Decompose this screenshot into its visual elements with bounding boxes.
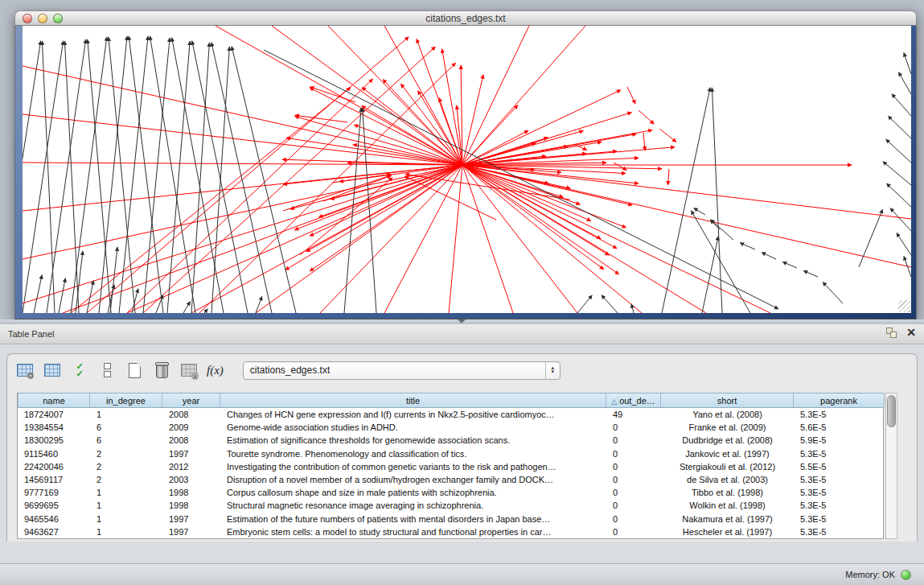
- status-bar: Memory: OK: [0, 563, 924, 585]
- dropdown-stepper-icon: ▲▼: [545, 362, 560, 379]
- table-cell: 18300295: [18, 434, 90, 447]
- network-window: citations_edges.txt: [14, 10, 917, 319]
- table-cell: Franke et al. (2009): [661, 421, 794, 434]
- table-cell: Yano et al. (2008): [661, 408, 794, 421]
- memory-status-label: Memory: OK: [845, 570, 895, 579]
- table-cell: 1997: [162, 447, 220, 460]
- close-window-icon[interactable]: [23, 14, 32, 23]
- table-cell: 1997: [162, 525, 220, 538]
- column-header-year[interactable]: year: [162, 393, 220, 407]
- network-canvas[interactable]: [23, 26, 911, 313]
- delete-column-icon[interactable]: [152, 361, 171, 379]
- table-mode-icon[interactable]: [15, 361, 35, 379]
- table-cell: de Silva et al. (2003): [661, 473, 794, 486]
- table-cell: 0: [606, 421, 661, 434]
- table-cell: 5.9E-5: [794, 434, 885, 447]
- traffic-lights: [23, 14, 63, 23]
- table-cell: 22420046: [18, 460, 90, 473]
- table-cell: 5.3E-5: [794, 499, 885, 512]
- table-cell: Tibbo et al. (1998): [661, 486, 794, 499]
- table-cell: 5.3E-5: [794, 473, 885, 486]
- table-cell: Changes of HCN gene expression and I(f) …: [220, 408, 606, 421]
- table-row[interactable]: 1830029562008Estimation of significance …: [18, 434, 883, 447]
- table-cell: 5.3E-5: [794, 447, 885, 460]
- table-cell: 1998: [162, 499, 220, 512]
- table-cell: 2: [90, 447, 162, 460]
- close-panel-icon[interactable]: ✕: [906, 328, 916, 338]
- table-cell: Stergiakouli et al. (2012): [661, 460, 794, 473]
- column-header-pagerank[interactable]: pagerank: [794, 393, 885, 407]
- table-header-row: namein_degreeyeartitle△out_de…shortpager…: [18, 393, 883, 408]
- window-titlebar[interactable]: citations_edges.txt: [14, 10, 917, 26]
- table-vertical-scrollbar[interactable]: [885, 393, 897, 539]
- table-panel: Table Panel ✕ ✓✓ x f(x) citations_edges.…: [0, 324, 924, 585]
- table-cell: 0: [606, 434, 661, 447]
- table-cell: 0: [606, 513, 661, 525]
- table-cell: 1: [90, 408, 162, 421]
- resize-grip-icon[interactable]: [898, 300, 910, 312]
- table-cell: 6: [90, 434, 162, 447]
- table-cell: 9115460: [18, 447, 90, 460]
- table-cell: 0: [606, 447, 661, 460]
- table-row[interactable]: 1456911722003Disruption of a novel membe…: [18, 473, 883, 486]
- toggle-panels-icon[interactable]: [97, 361, 117, 379]
- table-cell: 5.6E-5: [794, 421, 885, 434]
- table-cell: 2: [90, 473, 162, 486]
- window-title: citations_edges.txt: [15, 11, 916, 26]
- table-panel-header: Table Panel ✕: [0, 324, 924, 344]
- table-panel-title: Table Panel: [8, 324, 55, 344]
- table-cell: Genome-wide association studies in ADHD.: [220, 421, 606, 434]
- table-cell: Hescheler et al. (1997): [661, 525, 794, 538]
- table-cell: 5.3E-5: [794, 408, 885, 421]
- column-header-in_degree[interactable]: in_degree: [90, 393, 162, 407]
- table-cell: 14569117: [18, 473, 90, 486]
- table-cell: Disruption of a novel member of a sodium…: [220, 473, 606, 486]
- table-row[interactable]: 969969511998Structural magnetic resonanc…: [18, 499, 883, 512]
- splitter-collapse-icon[interactable]: [458, 319, 466, 323]
- table-cell: 9463627: [18, 525, 90, 538]
- table-cell: 1: [90, 513, 162, 525]
- table-cell: Tourette syndrome. Phenomenology and cla…: [220, 447, 606, 460]
- table-cell: 5.5E-5: [794, 460, 885, 473]
- column-header-out_de[interactable]: △out_de…: [606, 393, 661, 407]
- table-cell: 1: [90, 499, 162, 512]
- table-cell: 1998: [162, 486, 220, 499]
- table-row[interactable]: 2242004622012Investigating the contribut…: [18, 460, 883, 473]
- table-row[interactable]: 977716911998Corpus callosum shape and si…: [18, 486, 883, 499]
- table-selector[interactable]: citations_edges.txt ▲▼: [243, 361, 561, 380]
- table-cell: 5.3E-5: [794, 513, 885, 525]
- node-table: namein_degreeyeartitle△out_de…shortpager…: [17, 393, 884, 539]
- table-cell: Nakamura et al. (1997): [661, 513, 794, 525]
- table-cell: Corpus callosum shape and size in male p…: [220, 486, 606, 499]
- delete-table-icon: x: [179, 361, 199, 379]
- table-cell: 0: [606, 486, 661, 499]
- table-row[interactable]: 1872400712008Changes of HCN gene express…: [18, 408, 883, 421]
- table-row[interactable]: 911546021997Tourette syndrome. Phenomeno…: [18, 447, 883, 460]
- table-cell: 9777169: [18, 486, 90, 499]
- table-cell: 1: [90, 525, 162, 538]
- column-header-title[interactable]: title: [220, 393, 606, 407]
- minimize-window-icon[interactable]: [38, 14, 47, 23]
- table-cell: 2008: [162, 408, 220, 421]
- function-builder-icon[interactable]: f(x): [207, 364, 224, 377]
- table-row[interactable]: 946362711997Embryonic stem cells: a mode…: [18, 525, 883, 538]
- red-edges-layer: [23, 26, 911, 313]
- scrollbar-thumb[interactable]: [887, 395, 896, 427]
- show-columns-icon[interactable]: [43, 361, 62, 379]
- column-header-short[interactable]: short: [661, 393, 794, 407]
- float-panel-icon[interactable]: [886, 328, 897, 338]
- table-cell: 19384554: [18, 421, 90, 434]
- zoom-window-icon[interactable]: [53, 14, 63, 23]
- table-cell: Estimation of significance thresholds fo…: [220, 434, 606, 447]
- table-row[interactable]: 946554611997Estimation of the future num…: [18, 513, 883, 525]
- table-toolbar: ✓✓ x f(x) citations_edges.txt ▲▼: [7, 354, 917, 386]
- table-cell: 2003: [162, 473, 220, 486]
- table-cell: 1997: [162, 513, 220, 525]
- table-cell: Dudbridge et al. (2008): [661, 434, 794, 447]
- create-column-icon[interactable]: [125, 361, 144, 379]
- memory-ok-indicator: [901, 570, 911, 580]
- table-cell: 2008: [162, 434, 220, 447]
- select-rows-icon[interactable]: ✓✓: [70, 361, 89, 379]
- column-header-name[interactable]: name: [18, 393, 90, 407]
- table-row[interactable]: 1938455462009Genome-wide association stu…: [18, 421, 883, 434]
